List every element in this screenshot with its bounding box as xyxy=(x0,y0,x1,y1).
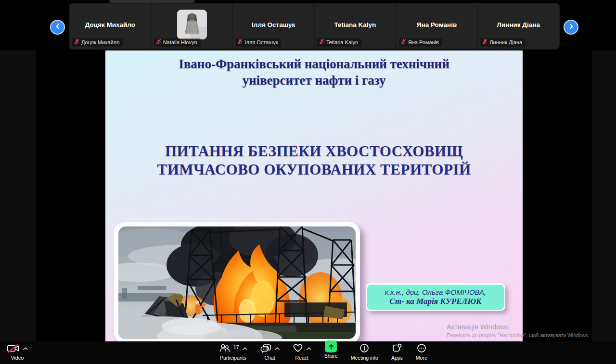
chevron-right-icon xyxy=(568,23,574,32)
participant-label: Яна Романів xyxy=(399,38,442,47)
react-options-caret[interactable] xyxy=(307,343,311,352)
main-title-line2: ТИМЧАСОВО ОКУПОВАНИХ ТЕРИТОРІЙ xyxy=(105,161,523,179)
slide-main-title: ПИТАННЯ БЕЗПЕКИ ХВОСТОСХОВИЩ ТИМЧАСОВО О… xyxy=(105,142,523,179)
participant-name: Tetiana Kalyn xyxy=(334,21,376,31)
info-icon xyxy=(359,343,369,355)
participants-label: Participants xyxy=(220,355,246,361)
authors-line2: Ст- ка Марія КУРЕЛЮК xyxy=(389,297,481,306)
mic-muted-icon xyxy=(482,39,488,46)
chat-button[interactable]: Chat xyxy=(260,341,280,361)
stage-right-gutter xyxy=(592,50,616,341)
mic-muted-icon xyxy=(319,39,324,46)
heart-icon xyxy=(293,343,303,355)
apps-icon xyxy=(392,343,402,355)
main-title-line1: ПИТАННЯ БЕЗПЕКИ ХВОСТОСХОВИЩ xyxy=(105,142,523,161)
more-button[interactable]: More xyxy=(416,341,427,361)
participant-label-text: Tetiana Kalyn xyxy=(326,39,358,45)
video-options-caret[interactable] xyxy=(23,343,28,352)
participant-label: Natalia Hlovyn xyxy=(154,38,201,47)
mic-muted-icon xyxy=(401,39,406,46)
chat-options-caret[interactable] xyxy=(275,343,280,352)
participant-tile[interactable]: Ілля Осташук Ілля Осташук xyxy=(233,4,314,49)
meeting-info-button[interactable]: Meeting info xyxy=(351,341,378,361)
zoom-meeting-window: Доцяк Михайло Доцяк Михайло Natalia Hlov… xyxy=(0,0,616,364)
participant-label: Tetiana Kalyn xyxy=(317,38,361,47)
participant-name: Ілля Осташук xyxy=(252,21,295,31)
authors-line1: к.х.н., доц. Ольга ФОМІЧОВА, xyxy=(385,288,487,296)
apps-label: Apps xyxy=(391,355,403,361)
participant-label-text: Доцяк Михайло xyxy=(81,39,119,45)
participants-button[interactable]: 17 Participants xyxy=(219,341,247,361)
participant-avatar xyxy=(177,10,207,39)
participants-icon xyxy=(219,343,230,355)
participant-tile[interactable]: Линник Діана Линник Діана xyxy=(478,4,559,49)
participants-options-caret[interactable] xyxy=(243,343,247,352)
participant-label: Ілля Осташук xyxy=(235,38,281,47)
video-label: Video xyxy=(11,355,24,361)
participant-name: Доцяк Михайло xyxy=(85,21,135,31)
mic-muted-icon xyxy=(237,39,243,46)
participant-label-text: Ілля Осташук xyxy=(244,39,278,45)
share-screen-icon xyxy=(325,340,337,352)
toolbar-center-group: 17 Participants Chat xyxy=(219,341,427,361)
participant-label: Доцяк Михайло xyxy=(72,38,123,47)
filmstrip-next-button[interactable] xyxy=(565,21,578,34)
fire-photo-frame xyxy=(114,222,360,341)
more-icon xyxy=(417,343,426,355)
slide-university-title: Івано-Франківський національний технічни… xyxy=(105,56,523,88)
participants-count: 17 xyxy=(233,344,239,350)
university-title-line2: університет нафти і газу xyxy=(105,72,523,88)
authors-box: к.х.н., доц. Ольга ФОМІЧОВА, Ст- ка Марі… xyxy=(366,283,505,311)
chat-label: Chat xyxy=(265,355,275,361)
apps-button[interactable]: Apps xyxy=(391,341,403,361)
participant-tile[interactable]: Tetiana Kalyn Tetiana Kalyn xyxy=(315,4,396,49)
react-button[interactable]: React xyxy=(293,341,311,361)
video-button[interactable]: Video xyxy=(7,341,28,361)
participant-filmstrip: Доцяк Михайло Доцяк Михайло Natalia Hlov… xyxy=(69,3,560,50)
participant-label-text: Яна Романів xyxy=(408,39,439,45)
share-label: Share xyxy=(324,353,338,359)
meeting-info-label: Meeting info xyxy=(351,355,378,361)
chat-icon xyxy=(260,343,271,355)
participant-label: Линник Діана xyxy=(480,38,526,47)
university-title-line1: Івано-Франківський національний технічни… xyxy=(105,56,523,72)
participant-name: Линник Діана xyxy=(497,21,539,31)
participant-name: Яна Романів xyxy=(417,21,457,31)
meeting-toolbar: Video 17 Participants xyxy=(0,341,616,364)
share-button[interactable]: Share xyxy=(324,341,338,361)
participant-tile[interactable]: Яна Романів Яна Романів xyxy=(397,4,477,49)
filmstrip-prev-button[interactable] xyxy=(51,21,64,34)
shared-screen-slide: Івано-Франківський національний технічни… xyxy=(105,50,523,341)
fire-photo xyxy=(118,226,356,339)
mic-muted-icon xyxy=(74,39,79,46)
react-label: React xyxy=(295,355,308,361)
mic-muted-icon xyxy=(156,39,161,46)
chevron-left-icon xyxy=(55,23,61,32)
participant-label-text: Линник Діана xyxy=(489,39,522,45)
stage-left-gutter xyxy=(0,50,36,341)
participant-tile[interactable]: Natalia Hlovyn xyxy=(152,4,232,49)
participant-tile[interactable]: Доцяк Михайло Доцяк Михайло xyxy=(70,4,151,49)
video-off-icon xyxy=(7,344,20,355)
more-label: More xyxy=(416,355,427,361)
participant-label-text: Natalia Hlovyn xyxy=(163,39,197,45)
